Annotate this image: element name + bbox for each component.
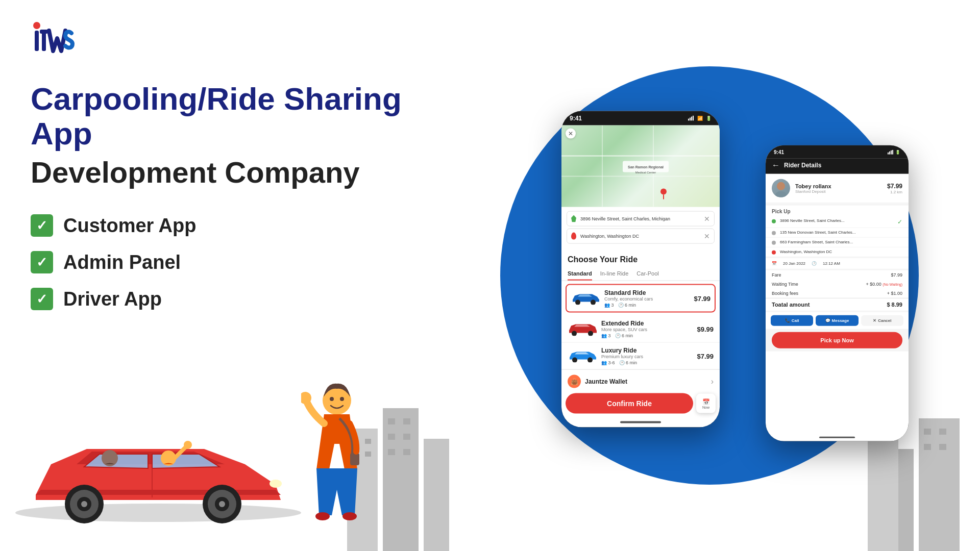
ride-option-extended[interactable]: Extended Ride More space, SUV cars 👥 3 🕐…: [561, 316, 720, 343]
extended-ride-desc: More space, SUV cars: [601, 327, 693, 332]
pickup-stop-3: 663 Farmingham Street, Saint Charles...: [766, 238, 909, 247]
phone-1-location-inputs: 3896 Neville Street, Saint Charles, Mich…: [561, 207, 720, 250]
wallet-row[interactable]: 👜 Jauntze Wallet ›: [561, 369, 720, 393]
ride-options-list: Standard Ride Comfy, economical cars 👥 3…: [561, 281, 720, 369]
svg-point-61: [572, 358, 577, 363]
ride-option-standard[interactable]: Standard Ride Comfy, economical cars 👥 3…: [566, 284, 716, 313]
standard-ride-name: Standard Ride: [604, 289, 690, 296]
tab-standard[interactable]: Standard: [568, 267, 592, 281]
svg-point-59: [572, 331, 577, 336]
luxury-eta: 🕐 6 min: [619, 360, 638, 365]
action-buttons: 📞 Call 💬 Message ✕ Cancel: [766, 312, 909, 329]
svg-rect-65: [891, 150, 892, 154]
waiting-value: + $0.00 (No Waiting): [866, 282, 902, 287]
svg-rect-48: [693, 116, 694, 121]
feature-label-customer: Customer App: [63, 215, 196, 237]
schedule-now-button[interactable]: 📅 Now: [696, 394, 716, 413]
ride-option-luxury[interactable]: Luxury Ride Premium luxury cars 👥 3-6 🕐 …: [561, 343, 720, 369]
svg-point-60: [588, 331, 593, 336]
standard-eta: 🕐 6 min: [618, 303, 636, 308]
stop-dot-3: [772, 241, 776, 245]
svg-rect-23: [40, 30, 48, 34]
rider-price: $7.99: [887, 182, 902, 189]
svg-rect-47: [691, 117, 692, 121]
total-value: $ 8.99: [887, 302, 902, 308]
total-label: Toatal amount: [772, 302, 810, 308]
tab-inline[interactable]: In-line Ride: [600, 267, 629, 281]
ride-time: 12:12 AM: [823, 261, 840, 266]
standard-ride-info: Standard Ride Comfy, economical cars 👥 3…: [604, 289, 690, 308]
pickup-stop-4: Washington, Washington DC: [766, 247, 909, 257]
stop-dot-1: [772, 219, 776, 223]
date-time-row: 📅 20 Jan 2022 🕐 12:12 AM: [766, 258, 909, 269]
rider-price-block: $7.99 1.2 km: [887, 182, 902, 194]
pickup-now-button[interactable]: Pick up Now: [772, 332, 902, 348]
tab-carpool[interactable]: Car-Pool: [636, 267, 658, 281]
to-icon: [571, 233, 576, 240]
location-from-text: 3896 Neville Street, Saint Charles, Mich…: [580, 216, 700, 221]
check-icon-admin: [31, 251, 53, 273]
call-icon: 📞: [785, 318, 790, 323]
booking-label: Booking fees: [772, 291, 798, 296]
message-button[interactable]: 💬 Message: [816, 315, 858, 326]
extended-eta: 🕐 6 min: [615, 333, 633, 338]
luxury-ride-desc: Premium luxury cars: [601, 354, 693, 359]
phone-1-status-icons: 📶 🔋: [688, 116, 712, 121]
location-from-row[interactable]: 3896 Neville Street, Saint Charles, Mich…: [567, 211, 715, 227]
wallet-icon: 👜: [568, 375, 581, 388]
pickup-stops: 3896 Neville Street, Saint Charles... ✓ …: [766, 216, 909, 257]
left-content: Carpooling/Ride Sharing App Development …: [31, 82, 413, 310]
svg-rect-1: [383, 408, 419, 551]
svg-rect-39: [350, 453, 359, 465]
extended-ride-price: $9.99: [697, 325, 714, 333]
waiting-row: Waiting Time + $0.00 (No Waiting): [766, 280, 909, 289]
back-arrow-icon[interactable]: ←: [772, 161, 780, 170]
svg-rect-63: [888, 152, 889, 154]
car-illustration: [10, 413, 306, 531]
rider-name: Tobey rollanx: [795, 183, 831, 189]
location-to-row[interactable]: Washington, Washington DC ✕: [567, 229, 715, 244]
confirm-ride-button[interactable]: Confirm Ride: [566, 393, 693, 414]
clear-to-btn[interactable]: ✕: [704, 232, 710, 240]
stop-dot-2: [772, 231, 776, 235]
svg-text:San Ramon Regional: San Ramon Regional: [628, 165, 664, 169]
check-icon-driver: [31, 288, 53, 310]
clear-from-btn[interactable]: ✕: [704, 215, 710, 223]
phone-1-home-bar: [620, 421, 661, 423]
svg-rect-19: [939, 444, 946, 450]
phone-1: 9:41 📶 🔋: [561, 111, 720, 428]
extended-ride-name: Extended Ride: [601, 320, 693, 327]
svg-point-67: [777, 182, 785, 190]
feature-admin-panel: Admin Panel: [31, 251, 413, 273]
total-row: Toatal amount $ 8.99: [766, 298, 909, 311]
message-icon: 💬: [825, 318, 830, 323]
luxury-ride-meta: 👥 3-6 🕐 6 min: [601, 360, 693, 365]
stop-check-1: ✓: [897, 218, 902, 226]
location-to-text: Washington, Washington DC: [580, 234, 700, 239]
phone-1-map: San Ramon Regional Medical Center ✕: [561, 126, 720, 207]
svg-point-58: [591, 300, 596, 305]
person-illustration: [301, 378, 373, 525]
wallet-arrow-icon: ›: [711, 377, 714, 386]
check-icon-customer: [31, 214, 53, 237]
phone-2-header-title: Rider Details: [784, 162, 821, 169]
svg-point-20: [33, 22, 40, 29]
headline-black: Development Company: [31, 156, 413, 189]
svg-rect-2: [424, 439, 449, 551]
map-close-btn[interactable]: ✕: [566, 129, 576, 139]
svg-rect-66: [892, 149, 893, 154]
cancel-button[interactable]: ✕ Cancel: [861, 315, 903, 326]
svg-rect-9: [388, 434, 395, 440]
from-icon: [571, 215, 576, 222]
choose-ride-title: Choose Your Ride: [561, 250, 720, 267]
booking-value: + $1.00: [887, 291, 902, 296]
svg-point-40: [315, 512, 330, 520]
fare-value: $7.99: [891, 272, 902, 278]
rider-distance: 1.2 km: [887, 189, 902, 194]
rider-card: Tobey rollanx Stanford Deposit $7.99 1.2…: [766, 174, 909, 203]
schedule-now-label: Now: [702, 405, 709, 409]
extended-passengers: 👥 3: [601, 333, 611, 338]
call-button[interactable]: 📞 Call: [771, 315, 813, 326]
svg-rect-11: [388, 449, 395, 455]
phone-1-time: 9:41: [570, 115, 582, 122]
